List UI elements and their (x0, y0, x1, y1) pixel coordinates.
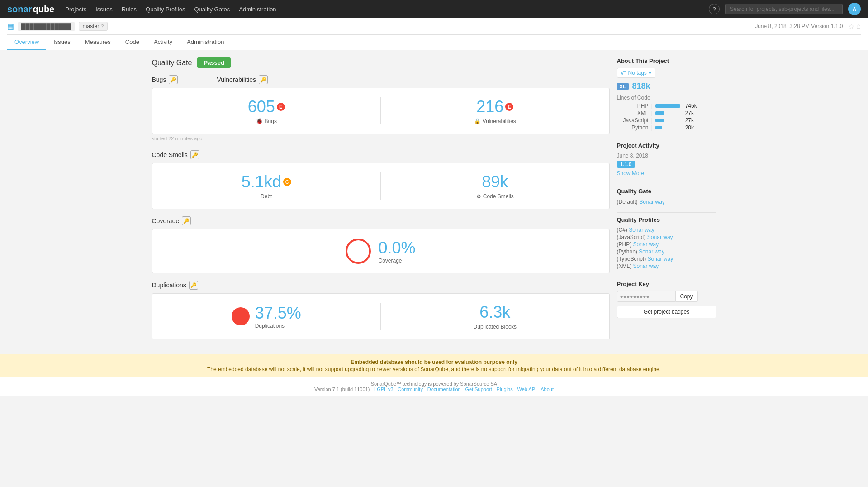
qg-link[interactable]: Sonar way (639, 199, 665, 205)
debt-metric: 5.1kd C Debt (161, 172, 372, 200)
lang-php-bar-container (655, 104, 683, 108)
loc-section: XL 818k (617, 81, 716, 91)
dup-metric: 37.5% Duplications (161, 303, 372, 330)
community-link[interactable]: Community (398, 387, 423, 392)
coverage-value-display: 0.0% (378, 239, 415, 258)
star-icon[interactable]: ☆ (848, 22, 854, 31)
show-more-link[interactable]: Show More (617, 170, 645, 177)
sub-header: ▦ ████████████ master ? June 8, 2018, 3:… (0, 18, 868, 50)
profile-php: (PHP) Sonar way (617, 241, 716, 248)
profile-python-lang: (Python) (617, 248, 639, 255)
bugs-key-icon[interactable]: 🔑 (169, 75, 178, 84)
quality-gate-label: Quality Gate (152, 59, 192, 67)
lang-python: Python | 20k (617, 124, 716, 131)
bugs-vulnerabilities-section: Bugs 🔑 Vulnerabilities 🔑 605 E 🐞 Bugs (152, 75, 610, 143)
vuln-key-icon[interactable]: 🔑 (259, 75, 268, 84)
profile-csharp: (C#) Sonar way (617, 227, 716, 233)
debt-number: 5.1kd (242, 172, 281, 191)
branch-badge: master ? (79, 22, 108, 31)
dup-blocks-label-display: Duplicated Blocks (474, 324, 517, 330)
dup-key-icon[interactable]: 🔑 (189, 281, 198, 290)
tab-overview[interactable]: Overview (7, 35, 46, 50)
get-badges-button[interactable]: Get project badges (617, 306, 716, 318)
nav-quality-profiles[interactable]: Quality Profiles (146, 6, 185, 13)
code-smells-card: 5.1kd C Debt 89k ⚙ Code Smells (152, 163, 610, 209)
nav-projects[interactable]: Projects (65, 6, 86, 13)
separator2: | (651, 110, 653, 116)
bugs-section-title: Bugs 🔑 Vulnerabilities 🔑 (152, 75, 610, 84)
site-footer: SonarQube™ technology is powered by Sona… (0, 377, 868, 396)
lang-php-name: PHP (617, 103, 649, 109)
profile-js: (JavaScript) Sonar way (617, 234, 716, 240)
code-smells-section: Code Smells 🔑 5.1kd C Debt 89k (152, 150, 610, 209)
about-link[interactable]: About (541, 387, 554, 392)
code-smells-key-icon[interactable]: 🔑 (190, 150, 199, 159)
smells-text: Code Smells (483, 193, 514, 200)
lang-xml-bar (655, 111, 664, 115)
nav-administration[interactable]: Administration (239, 6, 276, 13)
divider3 (617, 212, 716, 213)
nav-quality-gates[interactable]: Quality Gates (194, 6, 230, 13)
profile-csharp-link[interactable]: Sonar way (629, 227, 655, 233)
tab-code[interactable]: Code (118, 35, 147, 50)
profile-csharp-lang: (C#) (617, 227, 629, 233)
activity-title: Project Activity (617, 142, 716, 149)
bugs-text: Bugs (265, 118, 277, 124)
top-nav-right: ? A (709, 3, 861, 15)
profile-php-link[interactable]: Sonar way (633, 241, 659, 248)
user-avatar[interactable]: A (848, 3, 861, 15)
project-key-row: Copy (617, 291, 716, 302)
debt-value-display: 5.1kd C (242, 172, 291, 191)
tab-administration[interactable]: Administration (180, 35, 231, 50)
webapi-link[interactable]: Web API (517, 387, 536, 392)
nav-rules[interactable]: Rules (122, 6, 137, 13)
no-tags-button[interactable]: 🏷 No tags ▾ (617, 68, 655, 78)
dup-text: Duplications (255, 323, 285, 329)
docs-link[interactable]: Documentation (427, 387, 461, 392)
dup-blocks-metric: 6.3k Duplicated Blocks (390, 303, 600, 330)
profile-js-link[interactable]: Sonar way (647, 234, 673, 240)
project-key-input[interactable] (617, 291, 676, 302)
lang-js-name: JavaScript (617, 117, 649, 124)
loc-label: Lines of Code (617, 95, 716, 101)
card-divider (380, 97, 381, 124)
search-input[interactable] (725, 4, 843, 14)
dup-value-display: 37.5% (255, 304, 301, 323)
project-icon: ▦ (7, 22, 14, 31)
warning-title: Embedded database should be used for eva… (7, 359, 861, 365)
qg-section: Quality Gate (Default) Sonar way (617, 188, 716, 205)
debt-text: Debt (261, 193, 272, 200)
bugs-icon: 🐞 (256, 118, 263, 124)
nav-issues[interactable]: Issues (95, 6, 113, 13)
tab-issues[interactable]: Issues (46, 35, 78, 50)
about-title: About This Project (617, 57, 716, 64)
home-icon[interactable]: ⌂ (856, 22, 861, 31)
header-right: June 8, 2018, 3:28 PM Version 1.1.0 ☆ ⌂ (755, 22, 861, 31)
smells-number: 89k (482, 172, 508, 191)
tab-navigation: Overview Issues Measures Code Activity A… (7, 34, 861, 50)
vuln-label-display: 🔒 Vulnerabilities (474, 118, 516, 124)
copy-button[interactable]: Copy (676, 291, 698, 302)
coverage-text: Coverage (378, 258, 402, 264)
profile-xml-lang: (XML) (617, 263, 633, 269)
profile-python-link[interactable]: Sonar way (639, 248, 664, 255)
top-navigation: sonarqube Projects Issues Rules Quality … (0, 0, 868, 18)
duplications-section: Duplications 🔑 37.5% Duplications (152, 281, 610, 339)
profile-xml-link[interactable]: Sonar way (633, 263, 659, 269)
coverage-key-icon[interactable]: 🔑 (182, 216, 191, 225)
main-content: Quality Gate Passed Bugs 🔑 Vulnerabiliti… (145, 50, 724, 354)
branch-info-icon[interactable]: ? (101, 24, 104, 29)
tag-icon: 🏷 (621, 70, 626, 76)
support-link[interactable]: Get Support (465, 387, 492, 392)
lgpl-link[interactable]: LGPL v3 (374, 387, 393, 392)
tab-activity[interactable]: Activity (147, 35, 180, 50)
lang-js: JavaScript | 27k (617, 117, 716, 124)
profile-typescript-link[interactable]: Sonar way (648, 256, 674, 262)
plugins-link[interactable]: Plugins (497, 387, 513, 392)
about-section: About This Project 🏷 No tags ▾ XL 818k L… (617, 57, 716, 131)
separator: | (651, 103, 653, 109)
top-nav-links: Projects Issues Rules Quality Profiles Q… (65, 6, 698, 13)
no-tags-label: No tags (628, 70, 647, 76)
tab-measures[interactable]: Measures (78, 35, 118, 50)
help-icon[interactable]: ? (709, 4, 720, 14)
